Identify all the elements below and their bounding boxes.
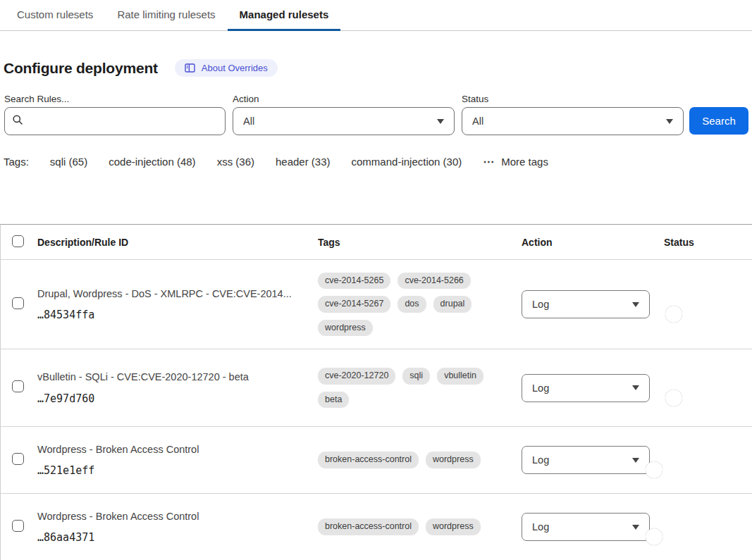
chevron-down-icon [632, 302, 639, 307]
tag-pill: wordpress [426, 518, 481, 535]
filter-bar: Search Rules... Action Status All All Se… [0, 94, 752, 137]
tags-bar: Tags: sqli (65)code-injection (48)xss (3… [4, 156, 548, 168]
toggle-knob [646, 528, 662, 545]
tag-pill: dos [397, 296, 426, 313]
table-row: Wordpress - Broken Access Control …86aa4… [1, 494, 752, 560]
action-filter-value: All [243, 116, 254, 127]
search-icon [12, 114, 23, 128]
rule-action-cell: Log [522, 374, 664, 402]
tag-filter[interactable]: code-injection (48) [109, 156, 195, 168]
tag-filter-list: sqli (65)code-injection (48)xss (36)head… [50, 156, 462, 168]
status-filter-select[interactable]: All [462, 107, 684, 135]
table-row: Wordpress - Broken Access Control …521e1… [1, 427, 752, 494]
rule-tags-cell: broken-access-controlwordpress [318, 518, 522, 535]
toggle-state-icon: ✕ [650, 300, 658, 309]
rule-id: …84534ffa [37, 309, 297, 321]
toggle-knob [665, 390, 682, 406]
action-select-value: Log [532, 299, 549, 310]
rule-title: Drupal, Wordpress - DoS - XMLRPC - CVE:C… [37, 287, 297, 300]
search-field [4, 107, 226, 135]
rule-title: Wordpress - Broken Access Control [37, 443, 297, 456]
action-filter-select[interactable]: All [233, 107, 455, 135]
tag-pill: sqli [402, 368, 430, 385]
more-tags-button[interactable]: ⋯ More tags [483, 156, 548, 168]
toggle-knob [646, 461, 662, 478]
rule-description-cell: Wordpress - Broken Access Control …86aa4… [37, 510, 318, 544]
action-select-value: Log [532, 454, 549, 466]
column-header-action: Action [522, 237, 664, 248]
chevron-down-icon [632, 525, 639, 530]
row-checkbox[interactable] [12, 520, 24, 532]
tab-managed-rulesets[interactable]: Managed rulesets [228, 0, 341, 31]
rule-description-cell: Drupal, Wordpress - DoS - XMLRPC - CVE:C… [37, 287, 318, 321]
about-overrides-label: About Overrides [202, 63, 268, 73]
tag-pill: cve-2014-5266 [397, 273, 470, 290]
rule-description-cell: vBulletin - SQLi - CVE:CVE-2020-12720 - … [37, 371, 318, 404]
rule-id: …86aa4371 [37, 531, 297, 544]
rule-action-cell: Log [522, 446, 664, 474]
row-checkbox[interactable] [12, 453, 24, 465]
table-body: Drupal, Wordpress - DoS - XMLRPC - CVE:C… [1, 260, 752, 560]
column-header-tags: Tags [318, 237, 522, 248]
tag-pill: vbulletin [437, 368, 483, 385]
about-overrides-link[interactable]: About Overrides [175, 59, 278, 77]
action-select[interactable]: Log [522, 290, 650, 318]
toggle-state-icon: ✓ [670, 456, 677, 465]
tags-bar-label: Tags: [4, 156, 29, 168]
toggle-state-icon: ✕ [650, 383, 658, 392]
tag-pill: broken-access-control [318, 518, 419, 535]
chevron-down-icon [632, 385, 639, 390]
tag-filter[interactable]: xss (36) [217, 156, 254, 168]
tag-pill: broken-access-control [318, 452, 419, 468]
rule-id: …7e97d760 [37, 392, 297, 405]
row-checkbox[interactable] [12, 297, 24, 309]
rule-id: …521e1eff [37, 464, 297, 477]
rule-description-cell: Wordpress - Broken Access Control …521e1… [37, 443, 318, 477]
more-dots-icon: ⋯ [483, 156, 495, 168]
table-row: vBulletin - SQLi - CVE:CVE-2020-12720 - … [1, 349, 752, 427]
rule-action-cell: Log [522, 513, 664, 541]
more-tags-label: More tags [501, 156, 548, 168]
search-rules-label: Search Rules... [4, 94, 69, 104]
tab-custom-rulesets[interactable]: Custom rulesets [5, 0, 105, 31]
tag-pill: wordpress [426, 452, 481, 468]
action-label: Action [233, 94, 259, 104]
tag-filter[interactable]: command-injection (30) [352, 156, 462, 168]
table-row: Drupal, Wordpress - DoS - XMLRPC - CVE:C… [1, 260, 752, 349]
rule-title: vBulletin - SQLi - CVE:CVE-2020-12720 - … [37, 371, 297, 383]
tag-pill: cve-2014-5267 [318, 296, 390, 313]
action-select-value: Log [532, 521, 549, 533]
row-checkbox[interactable] [12, 380, 24, 392]
table-header-row: Description/Rule ID Tags Action Status [1, 225, 752, 260]
rule-action-cell: Log [522, 290, 664, 318]
tab-rate-limiting-rulesets[interactable]: Rate limiting rulesets [105, 0, 227, 31]
status-filter-value: All [472, 116, 483, 127]
tag-pill: cve-2014-5265 [318, 273, 390, 290]
select-all-checkbox[interactable] [12, 235, 24, 247]
rule-tags-cell: broken-access-controlwordpress [318, 452, 522, 468]
tag-pill: cve-2020-12720 [318, 368, 395, 385]
chevron-down-icon [666, 119, 673, 124]
tab-bar: Custom rulesetsRate limiting rulesetsMan… [0, 0, 752, 31]
rule-title: Wordpress - Broken Access Control [37, 510, 297, 523]
tag-pill: beta [318, 392, 349, 409]
action-select[interactable]: Log [522, 374, 650, 402]
rule-tags-cell: cve-2014-5265cve-2014-5266cve-2014-5267d… [318, 273, 522, 337]
tag-filter[interactable]: header (33) [276, 156, 331, 168]
action-select[interactable]: Log [522, 446, 650, 474]
rule-tags-cell: cve-2020-12720sqlivbulletinbeta [318, 368, 522, 408]
tag-pill: drupal [433, 296, 472, 313]
tag-pill: wordpress [318, 320, 373, 337]
action-select-value: Log [532, 382, 549, 394]
search-input[interactable] [29, 115, 218, 127]
status-label: Status [462, 94, 488, 104]
column-header-description: Description/Rule ID [37, 237, 318, 248]
tag-filter[interactable]: sqli (65) [50, 156, 87, 168]
rules-table: Description/Rule ID Tags Action Status D… [0, 224, 752, 560]
book-icon [185, 63, 195, 73]
column-header-status: Status [664, 237, 752, 248]
toggle-knob [665, 306, 682, 323]
action-select[interactable]: Log [522, 513, 650, 541]
search-button[interactable]: Search [689, 107, 748, 135]
chevron-down-icon [437, 119, 444, 124]
